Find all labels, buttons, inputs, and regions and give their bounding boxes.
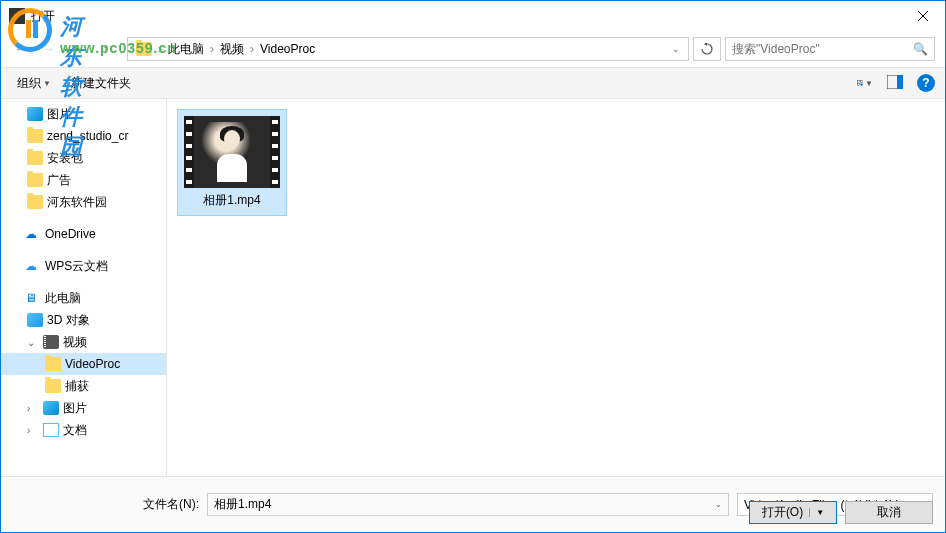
sidebar-item-3d[interactable]: 3D 对象 [1,309,166,331]
folder-icon [27,151,43,165]
chevron-down-icon[interactable]: ⌄ [715,500,722,509]
preview-pane-button[interactable] [887,75,903,91]
folder-icon [27,195,43,209]
organize-button[interactable]: 组织 ▼ [11,73,57,94]
search-icon[interactable]: 🔍 [913,42,928,56]
sidebar-item-folder[interactable]: 安装包 [1,147,166,169]
sidebar-item-pc[interactable]: 🖥此电脑 [1,287,166,309]
app-icon [9,8,25,24]
folder-icon [136,42,152,56]
svg-rect-5 [897,75,903,89]
folder-icon [27,129,43,143]
breadcrumb-item[interactable]: 视频 [220,41,244,58]
3d-icon [27,313,43,327]
wps-icon: ☁ [25,259,37,273]
search-box[interactable]: 🔍 [725,37,935,61]
sidebar-item-capture[interactable]: 捕获 [1,375,166,397]
view-mode-button[interactable]: ▼ [857,75,873,91]
forward-button[interactable]: → [39,39,59,59]
video-icon [43,335,59,349]
breadcrumb-item[interactable]: 此电脑 [168,41,204,58]
pictures-icon [27,107,43,121]
svg-rect-0 [857,80,859,82]
cancel-button[interactable]: 取消 [845,501,933,524]
svg-rect-1 [860,80,862,82]
onedrive-icon: ☁ [25,227,37,241]
sidebar-item-onedrive[interactable]: ☁OneDrive [1,223,166,245]
back-button[interactable]: ← [11,39,31,59]
svg-rect-3 [860,83,862,85]
docs-icon [43,423,59,437]
new-folder-button[interactable]: 新建文件夹 [65,73,137,94]
toolbar: 组织 ▼ 新建文件夹 ▼ ? [1,67,945,99]
search-input[interactable] [732,42,902,56]
folder-icon [27,173,43,187]
sidebar-item-folder[interactable]: zend_studio_cr [1,125,166,147]
breadcrumb[interactable]: › 此电脑 › 视频 › VideoProc ⌄ [127,37,689,61]
sidebar: 图片 zend_studio_cr 安装包 广告 河东软件园 ☁OneDrive… [1,99,167,477]
sidebar-item-pictures[interactable]: ›图片 [1,397,166,419]
open-button[interactable]: 打开(O) ▼ [749,501,837,524]
sidebar-item-docs[interactable]: ›文档 [1,419,166,441]
recent-dropdown[interactable]: ▼ [67,39,87,59]
file-item[interactable]: 相册1.mp4 [177,109,287,216]
help-button[interactable]: ? [917,74,935,92]
sidebar-item-pictures[interactable]: 图片 [1,103,166,125]
video-thumbnail [184,116,280,188]
window-title: 打开 [31,8,55,25]
folder-icon [45,379,61,393]
refresh-button[interactable] [693,37,721,61]
titlebar: 打开 [1,1,945,31]
file-label: 相册1.mp4 [203,192,260,209]
sidebar-item-folder[interactable]: 广告 [1,169,166,191]
up-button[interactable]: ↑ [95,39,115,59]
folder-icon [45,357,61,371]
sidebar-item-video[interactable]: ⌄视频 [1,331,166,353]
pictures-icon [43,401,59,415]
sidebar-item-videoproc[interactable]: VideoProc [1,353,166,375]
sidebar-item-folder[interactable]: 河东软件园 [1,191,166,213]
close-button[interactable] [900,1,945,31]
navbar: ← → ▼ ↑ › 此电脑 › 视频 › VideoProc ⌄ 🔍 [1,31,945,67]
breadcrumb-item[interactable]: VideoProc [260,42,315,56]
filename-input[interactable]: 相册1.mp4 ⌄ [207,493,729,516]
sidebar-item-wps[interactable]: ☁WPS云文档 [1,255,166,277]
svg-rect-2 [857,83,859,85]
pc-icon: 🖥 [25,291,37,305]
filename-label: 文件名(N): [143,496,199,513]
file-area[interactable]: 相册1.mp4 [167,99,945,477]
